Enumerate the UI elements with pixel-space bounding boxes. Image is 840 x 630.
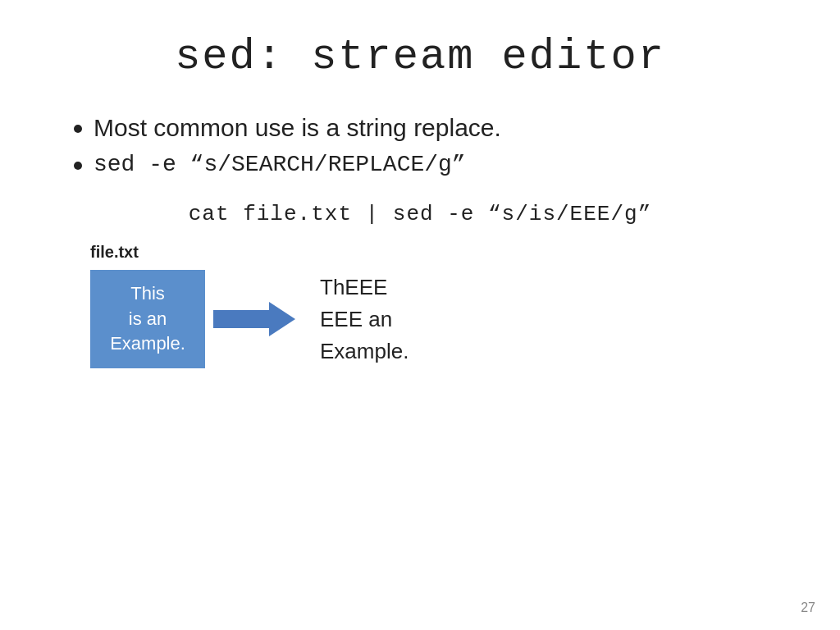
bullet-dot-1: [74, 125, 82, 133]
input-line-1: This: [130, 281, 165, 307]
output-line-1: ThEEE: [320, 272, 409, 304]
demo-section: This is an Example. ThEEE EEE an Example…: [90, 270, 791, 368]
bullet-text-1: Most common use is a string replace.: [94, 114, 501, 142]
slide-title: sed: stream editor: [49, 33, 791, 81]
bullet-text-2: sed -e “s/SEARCH/REPLACE/g”: [94, 152, 466, 177]
arrow-icon: [213, 299, 295, 340]
output-line-3: Example.: [320, 336, 409, 368]
svg-marker-0: [213, 302, 295, 336]
bullet-item-2: sed -e “s/SEARCH/REPLACE/g”: [74, 152, 791, 177]
bullet-list: Most common use is a string replace. sed…: [74, 114, 791, 177]
input-line-3: Example.: [110, 331, 185, 357]
command-line: cat file.txt | sed -e “s/is/EEE/g”: [49, 202, 791, 226]
file-label: file.txt: [90, 243, 791, 262]
demo-wrapper: file.txt This is an Example. ThEEE EEE a…: [49, 243, 791, 368]
page-number: 27: [801, 600, 815, 615]
output-line-2: EEE an: [320, 304, 409, 336]
input-line-2: is an: [129, 307, 167, 332]
slide: sed: stream editor Most common use is a …: [0, 0, 840, 630]
output-text: ThEEE EEE an Example.: [320, 272, 409, 368]
bullet-dot-2: [74, 162, 82, 170]
arrow-container: [205, 299, 304, 340]
bullet-item-1: Most common use is a string replace.: [74, 114, 791, 142]
input-file-box: This is an Example.: [90, 270, 205, 368]
